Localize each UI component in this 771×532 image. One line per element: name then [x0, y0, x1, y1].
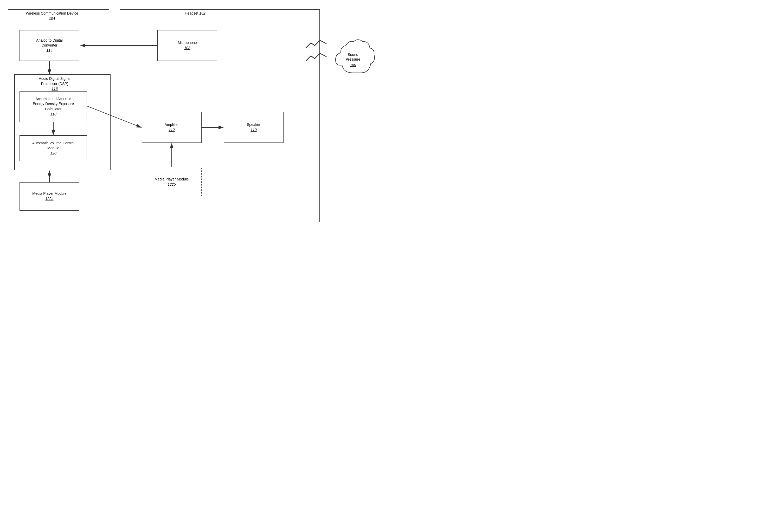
dsp-title-label: Audio Digital SignalProcessor (DSP) 116	[21, 76, 88, 92]
headset-title-label: Headset 102	[169, 11, 221, 16]
adc-text: Analog to DigitalConverter	[36, 38, 63, 48]
amplifier-box: Amplifier 112	[142, 112, 202, 143]
media-b-text: Media Player Module	[154, 177, 189, 182]
amp-label: Amplifier 112	[165, 122, 179, 132]
mic-text: Microphone	[178, 40, 197, 46]
sound-pressure-cloud-svg: Sound Pressure 106	[328, 34, 377, 83]
microphone-box: Microphone 108	[157, 30, 217, 61]
speaker-box: Speaker 110	[224, 112, 283, 143]
wcd-title-text: Wireless Communication Device	[26, 11, 78, 15]
sp-cloud-text: Sound	[348, 53, 358, 57]
media-a-text: Media Player Module	[32, 191, 67, 196]
sp-cloud-text2: Pressure	[346, 57, 360, 61]
calc-box: Accumulated AcousticEnergy Density Expos…	[20, 91, 87, 122]
calc-text: Accumulated AcousticEnergy Density Expos…	[33, 96, 74, 112]
diagram: Wireless Communication Device 104 Headse…	[0, 0, 385, 266]
media-a-ref: 122a	[45, 196, 53, 202]
media-b-ref: 122b	[167, 182, 176, 187]
media-b-box: Media Player Module 122b	[142, 168, 202, 196]
speaker-label: Speaker 110	[247, 122, 260, 132]
calc-ref: 118	[50, 112, 56, 117]
headset-ref-text: 102	[199, 11, 205, 15]
mic-ref: 108	[184, 46, 190, 51]
headset-title-text: Headset	[185, 11, 198, 15]
calc-label: Accumulated AcousticEnergy Density Expos…	[33, 96, 74, 117]
adc-box: Analog to DigitalConverter 114	[20, 30, 79, 61]
speaker-text: Speaker	[247, 122, 260, 127]
media-a-label: Media Player Module 122a	[32, 191, 67, 201]
adc-ref: 114	[46, 48, 52, 53]
amp-ref: 112	[168, 127, 174, 133]
wcd-title-label: Wireless Communication Device 104	[13, 11, 91, 21]
avc-text: Automatic Volume ControlModule	[32, 141, 74, 151]
sound-pressure-container: Sound Pressure 106	[328, 34, 377, 83]
amp-text: Amplifier	[165, 122, 179, 127]
media-a-box: Media Player Module 122a	[20, 182, 79, 211]
dsp-text: Audio Digital SignalProcessor (DSP)	[21, 76, 88, 86]
mic-label: Microphone 108	[178, 40, 197, 50]
sp-cloud-ref: 106	[350, 63, 356, 67]
adc-label: Analog to DigitalConverter 114	[36, 38, 63, 53]
avc-box: Automatic Volume ControlModule 120	[20, 135, 87, 161]
avc-ref: 120	[50, 151, 56, 156]
avc-label: Automatic Volume ControlModule 120	[32, 141, 74, 156]
wcd-ref-text: 104	[49, 16, 55, 21]
speaker-ref: 110	[250, 127, 256, 133]
dsp-ref: 116	[21, 86, 88, 92]
media-b-label: Media Player Module 122b	[154, 177, 189, 187]
